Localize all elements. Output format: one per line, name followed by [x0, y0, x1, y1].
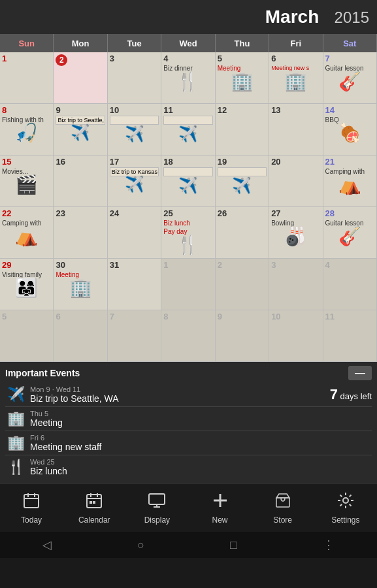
nav-settings-label: Settings [331, 515, 359, 525]
nav-new[interactable]: New [194, 491, 246, 525]
day-cell[interactable]: 4 [323, 259, 377, 310]
menu-button[interactable]: ⋮ [323, 538, 335, 552]
day-cell-today[interactable]: 2 [54, 52, 107, 103]
day-cell[interactable]: 14 BBQ 🍖 [323, 104, 377, 155]
event-date: Fri 6 [30, 434, 372, 442]
dow-header: Sun Mon Tue Wed Thu Fri Sat [0, 34, 377, 52]
event-text: Fri 6 Meeting new staff [26, 434, 372, 452]
event-text: Wed 25 Biz lunch [26, 458, 372, 476]
svg-point-16 [343, 498, 348, 503]
day-cell[interactable]: 27 Bowling 🎳 [269, 207, 323, 258]
important-events-title: Important Events [5, 368, 80, 378]
event-name: Meeting new staff [30, 442, 372, 452]
day-cell[interactable]: 1 [161, 259, 215, 310]
important-event-item[interactable]: 🏢 Fri 6 Meeting new staff [5, 431, 372, 455]
home-button[interactable]: ○ [137, 538, 144, 552]
day-cell[interactable]: 17 Biz trip to Kansas City, MO ✈️ [108, 155, 161, 206]
day-cell[interactable]: 10 ✈️ [108, 104, 161, 155]
week-row: 8 Fishing with th 🎣 9 Biz trip to Seattl… [0, 104, 377, 155]
day-cell[interactable]: 11 [323, 310, 377, 361]
day-cell[interactable]: 9 [216, 310, 269, 361]
week-row: 1 2 3 4 Biz dinner 🍴 5 Meeting 🏢 6 Meeti… [0, 52, 377, 104]
day-cell[interactable]: 22 Camping with ⛺ [0, 207, 54, 258]
nav-today[interactable]: Today [5, 491, 57, 525]
day-cell[interactable]: 6 Meeting new s 🏢 [269, 52, 323, 103]
day-cell[interactable]: 24 [108, 207, 161, 258]
day-cell[interactable]: 15 Movies... 🎬 [0, 155, 54, 206]
day-cell[interactable]: 5 Meeting 🏢 [216, 52, 269, 103]
day-cell[interactable]: 31 [108, 259, 161, 310]
plus-icon [211, 491, 229, 514]
event-date: Mon 9 · Wed 11 [30, 385, 330, 393]
system-bar: ◁ ○ □ ⋮ [0, 532, 377, 558]
day-cell[interactable]: 13 [269, 104, 323, 155]
dow-sat: Sat [323, 34, 377, 52]
store-icon [274, 491, 292, 514]
day-cell[interactable]: 23 [54, 207, 107, 258]
day-cell[interactable]: 9 Biz trip to Seattle, WA ✈️ [54, 104, 107, 155]
nav-calendar[interactable]: Calendar [68, 491, 120, 525]
collapse-button[interactable]: — [348, 366, 372, 380]
event-icon: ✈️ [5, 386, 26, 403]
settings-icon [336, 491, 355, 514]
day-cell[interactable]: 7 Guitar lesson 🎸 [323, 52, 377, 103]
nav-today-label: Today [21, 515, 42, 525]
event-date: Thu 5 [30, 410, 372, 417]
day-cell[interactable]: 4 Biz dinner 🍴 [161, 52, 215, 103]
day-cell[interactable]: 20 [269, 155, 323, 206]
dow-wed: Wed [161, 34, 215, 52]
calendar-grid: Sun Mon Tue Wed Thu Fri Sat 1 2 3 4 Biz … [0, 34, 377, 362]
day-cell[interactable]: 29 Visiting family 👨‍👩‍👧 [0, 259, 54, 310]
important-event-item[interactable]: ✈️ Mon 9 · Wed 11 Biz trip to Seattle, W… [5, 383, 372, 407]
day-cell[interactable]: 3 [108, 52, 161, 103]
day-cell[interactable]: 3 [269, 259, 323, 310]
day-cell[interactable]: 26 [216, 207, 269, 258]
svg-rect-15 [276, 498, 289, 507]
day-cell[interactable]: 18 ✈️ [161, 155, 215, 206]
calendar-icon [85, 491, 103, 514]
dow-fri: Fri [269, 34, 323, 52]
day-cell[interactable]: 2 [216, 259, 269, 310]
event-icon: 🏢 [5, 434, 26, 451]
day-cell[interactable]: 7 [108, 310, 161, 361]
event-icon: 🏢 [5, 410, 26, 427]
week-row: 22 Camping with ⛺ 23 24 25 Biz lunch Pay… [0, 207, 377, 259]
nav-calendar-label: Calendar [78, 515, 110, 525]
important-event-item[interactable]: 🍴 Wed 25 Biz lunch [5, 455, 372, 479]
day-cell[interactable]: 8 [161, 310, 215, 361]
event-date: Wed 25 [30, 458, 372, 466]
days-left: 7 days left [330, 386, 372, 403]
nav-settings[interactable]: Settings [320, 491, 372, 525]
day-cell[interactable]: 5 [0, 310, 54, 361]
svg-rect-10 [149, 494, 165, 504]
event-text: Thu 5 Meeting [26, 410, 372, 428]
month-label: March [265, 7, 319, 27]
day-cell[interactable]: 19 ✈️ [216, 155, 269, 206]
app-header: March 2015 [0, 0, 377, 34]
day-cell[interactable]: 30 Meeting 🏢 [54, 259, 107, 310]
back-button[interactable]: ◁ [42, 538, 52, 552]
svg-rect-8 [90, 501, 92, 504]
day-cell[interactable]: 8 Fishing with th 🎣 [0, 104, 54, 155]
day-cell[interactable]: 25 Biz lunch Pay day 🍴 [161, 207, 215, 258]
day-cell[interactable]: 10 [269, 310, 323, 361]
event-name: Biz trip to Seattle, WA [30, 393, 330, 404]
day-cell[interactable]: 28 Guitar lesson 🎸 [323, 207, 377, 258]
day-cell[interactable]: 6 [54, 310, 107, 361]
recents-button[interactable]: □ [230, 538, 237, 552]
day-cell[interactable]: 12 [216, 104, 269, 155]
day-cell[interactable]: 11 ✈️ [161, 104, 215, 155]
dow-tue: Tue [108, 34, 161, 52]
important-event-item[interactable]: 🏢 Thu 5 Meeting [5, 407, 372, 431]
nav-display[interactable]: Display [131, 491, 183, 525]
nav-store[interactable]: Store [257, 491, 309, 525]
dow-thu: Thu [216, 34, 269, 52]
event-text: Mon 9 · Wed 11 Biz trip to Seattle, WA [26, 385, 330, 404]
bottom-navigation: Today Calendar Display [0, 483, 377, 532]
day-cell[interactable]: 1 [0, 52, 54, 103]
week-row: 5 6 7 8 9 10 11 [0, 310, 377, 362]
day-cell[interactable]: 16 [54, 155, 107, 206]
day-cell[interactable]: 21 Camping with ⛺ [323, 155, 377, 206]
nav-new-label: New [212, 515, 228, 525]
important-events-panel: Important Events — ✈️ Mon 9 · Wed 11 Biz… [0, 362, 377, 483]
